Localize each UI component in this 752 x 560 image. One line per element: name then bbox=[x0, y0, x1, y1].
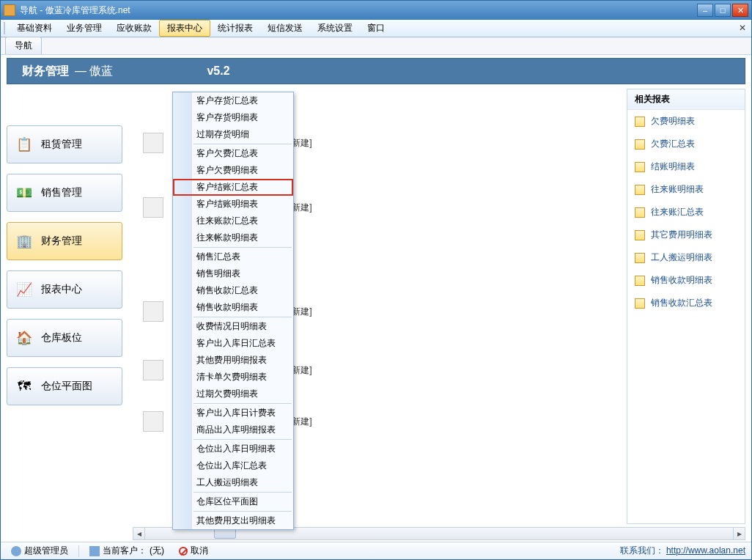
status-sep bbox=[78, 545, 79, 557]
dropdown-separator bbox=[193, 511, 292, 512]
statusbar: 超级管理员 当前客户： (无) 取消 联系我们： http://www.aola… bbox=[1, 542, 751, 559]
doc-icon bbox=[635, 207, 645, 218]
dropdown-item[interactable]: 仓位出入库汇总表 bbox=[173, 457, 293, 474]
nav-财务管理[interactable]: 🏢财务管理 bbox=[7, 222, 122, 260]
dropdown-item[interactable]: 工人搬运明细表 bbox=[173, 474, 293, 491]
report-dropdown: 客户存货汇总表客户存货明细表过期存货明细客户欠费汇总表客户欠费明细表客户结账汇总… bbox=[172, 92, 294, 530]
related-report-item[interactable]: 其它费用明细表 bbox=[627, 224, 745, 246]
menubar-grip bbox=[4, 22, 7, 34]
dropdown-item[interactable]: 其他费用支出明细表 bbox=[173, 512, 293, 529]
status-cancel[interactable]: 取消 bbox=[174, 545, 213, 557]
menu-统计报表[interactable]: 统计报表 bbox=[210, 20, 260, 37]
nav-icon: 📋 bbox=[15, 135, 34, 154]
related-report-item[interactable]: 结账明细表 bbox=[627, 155, 745, 178]
related-report-item[interactable]: 工人搬运明细表 bbox=[627, 246, 745, 269]
dropdown-item[interactable]: 客户欠费明细表 bbox=[173, 162, 293, 179]
window-buttons: – □ ✕ bbox=[697, 4, 748, 17]
status-cust-value: (无) bbox=[150, 545, 164, 557]
related-report-item[interactable]: 销售收款汇总表 bbox=[627, 292, 745, 314]
nav-icon: 💵 bbox=[15, 183, 34, 202]
nav-仓位平面图[interactable]: 🗺仓位平面图 bbox=[7, 367, 122, 405]
nav-销售管理[interactable]: 💵销售管理 bbox=[7, 174, 122, 212]
dropdown-item[interactable]: 清卡单欠费明细表 bbox=[173, 369, 293, 386]
menu-窗口[interactable]: 窗口 bbox=[360, 20, 392, 37]
menu-系统设置[interactable]: 系统设置 bbox=[310, 20, 360, 37]
nav-label: 租赁管理 bbox=[41, 138, 82, 151]
dropdown-item[interactable]: 客户出入库日计费表 bbox=[173, 405, 293, 421]
dropdown-item[interactable]: 过期存货明细 bbox=[173, 126, 293, 143]
menu-应收账款[interactable]: 应收账款 bbox=[109, 20, 159, 37]
status-user-name: 超级管理员 bbox=[24, 545, 68, 557]
row-icon bbox=[143, 197, 163, 218]
dropdown-item[interactable]: 仓库区位平面图 bbox=[173, 493, 293, 510]
dropdown-item[interactable]: 销售收款汇总表 bbox=[173, 282, 293, 299]
left-nav: 📋租赁管理💵销售管理🏢财务管理📈报表中心🏠仓库板位🗺仓位平面图 bbox=[7, 89, 122, 524]
banner-mid: — 傲蓝 bbox=[75, 64, 113, 79]
contact-label: 联系我们： bbox=[620, 545, 664, 556]
doc-icon bbox=[635, 139, 645, 150]
dropdown-item[interactable]: 销售汇总表 bbox=[173, 248, 293, 265]
tab-nav[interactable]: 导航 bbox=[5, 37, 42, 54]
dropdown-item[interactable]: 收费情况日明细表 bbox=[173, 318, 293, 335]
related-report-item[interactable]: 销售收款明细表 bbox=[627, 269, 745, 292]
related-report-item[interactable]: 欠费汇总表 bbox=[627, 133, 745, 155]
dropdown-item[interactable]: 过期欠费明细表 bbox=[173, 386, 293, 402]
minimize-button[interactable]: – bbox=[697, 4, 713, 17]
status-cancel-label: 取消 bbox=[191, 545, 208, 557]
right-panel-title: 相关报表 bbox=[627, 89, 745, 110]
scroll-right-arrow[interactable]: ▸ bbox=[733, 528, 745, 539]
doc-icon bbox=[635, 230, 645, 240]
status-user: 超级管理员 bbox=[7, 545, 73, 557]
row-icon bbox=[143, 301, 163, 322]
dropdown-item[interactable]: 客户结账明细表 bbox=[173, 196, 293, 213]
menubar-close-icon[interactable]: ✕ bbox=[737, 22, 748, 34]
nav-label: 仓位平面图 bbox=[41, 380, 92, 393]
row-icon bbox=[143, 133, 163, 153]
scroll-thumb[interactable] bbox=[214, 528, 236, 539]
nav-报表中心[interactable]: 📈报表中心 bbox=[7, 270, 122, 309]
nav-仓库板位[interactable]: 🏠仓库板位 bbox=[7, 319, 122, 357]
contact-link[interactable]: http://www.aolan.net bbox=[666, 545, 745, 556]
dropdown-item[interactable]: 客户存货汇总表 bbox=[173, 92, 293, 109]
doc-icon bbox=[635, 298, 645, 309]
maximize-button[interactable]: □ bbox=[715, 4, 731, 17]
dropdown-item[interactable]: 往来帐款明细表 bbox=[173, 229, 293, 246]
dropdown-item[interactable]: 往来账款汇总表 bbox=[173, 213, 293, 229]
related-report-item[interactable]: 往来账明细表 bbox=[627, 178, 745, 201]
titlebar: 导航 - 傲蓝冷库管理系统.net – □ ✕ bbox=[1, 1, 751, 20]
scroll-left-arrow[interactable]: ◂ bbox=[133, 528, 145, 539]
dropdown-item[interactable]: 商品出入库明细报表 bbox=[173, 421, 293, 438]
nav-icon: 🗺 bbox=[15, 377, 34, 396]
nav-label: 仓库板位 bbox=[41, 331, 82, 345]
dropdown-item[interactable]: 客户欠费汇总表 bbox=[173, 145, 293, 162]
related-report-item[interactable]: 欠费明细表 bbox=[627, 110, 745, 133]
dropdown-item[interactable]: 客户存货明细表 bbox=[173, 109, 293, 126]
nav-label: 报表中心 bbox=[41, 283, 82, 296]
dropdown-item[interactable]: 客户出入库日汇总表 bbox=[173, 335, 293, 352]
dropdown-item[interactable]: 客户结账汇总表 bbox=[173, 179, 293, 196]
dropdown-item[interactable]: 销售收款明细表 bbox=[173, 299, 293, 316]
tabbar: 导航 bbox=[1, 37, 751, 55]
doc-icon bbox=[635, 276, 645, 286]
status-contact: 联系我们： http://www.aolan.net bbox=[620, 545, 745, 557]
menu-报表中心[interactable]: 报表中心 bbox=[159, 20, 210, 37]
dropdown-item[interactable]: 销售明细表 bbox=[173, 265, 293, 282]
banner-section: 财务管理 bbox=[22, 64, 69, 79]
right-panel: 相关报表 欠费明细表欠费汇总表结账明细表往来账明细表往来账汇总表其它费用明细表工… bbox=[627, 89, 745, 524]
dropdown-item[interactable]: 其他费用明细报表 bbox=[173, 352, 293, 369]
report-label: 结账明细表 bbox=[651, 161, 695, 173]
report-label: 往来账明细表 bbox=[651, 183, 704, 196]
close-button[interactable]: ✕ bbox=[732, 4, 748, 17]
nav-租赁管理[interactable]: 📋租赁管理 bbox=[7, 125, 122, 163]
menubar: 基础资料业务管理应收账款报表中心统计报表短信发送系统设置窗口 ✕ bbox=[1, 20, 751, 37]
report-label: 其它费用明细表 bbox=[651, 229, 712, 241]
dropdown-separator bbox=[193, 144, 292, 144]
related-report-item[interactable]: 往来账汇总表 bbox=[627, 201, 745, 224]
dropdown-item[interactable]: 仓位出入库日明细表 bbox=[173, 441, 293, 457]
content-area: 财务管理 — 傲蓝 v5.2 📋租赁管理💵销售管理🏢财务管理📈报表中心🏠仓库板位… bbox=[1, 55, 751, 542]
menu-短信发送[interactable]: 短信发送 bbox=[260, 20, 310, 37]
menu-业务管理[interactable]: 业务管理 bbox=[59, 20, 109, 37]
menu-基础资料[interactable]: 基础资料 bbox=[10, 20, 59, 37]
status-cust-label: 当前客户： bbox=[103, 545, 147, 557]
nav-label: 销售管理 bbox=[41, 186, 82, 199]
